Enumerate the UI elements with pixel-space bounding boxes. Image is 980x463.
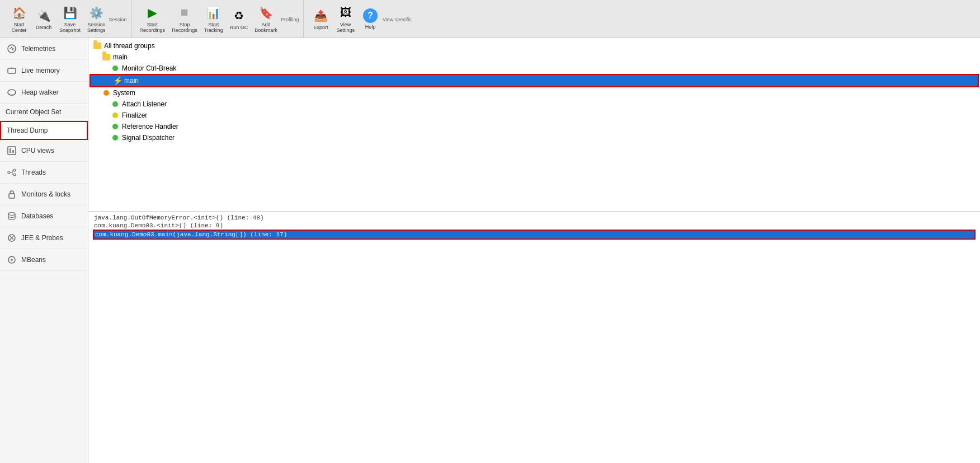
start-center-icon: 🏠: [11, 5, 27, 21]
save-snapshot-button[interactable]: 💾 SaveSnapshot: [56, 3, 84, 35]
svg-point-10: [8, 213, 15, 216]
thread-tree-panel: All thread groups main Monitor Ctrl-Brea…: [88, 38, 980, 212]
sidebar-item-mbeans[interactable]: MBeans: [0, 249, 88, 271]
export-label: Export: [313, 25, 328, 30]
profiling-group-label: Profiling: [281, 17, 299, 22]
help-icon: ?: [363, 8, 378, 23]
system-group-label: System: [113, 89, 135, 97]
svg-point-8: [13, 174, 16, 176]
stack-line-1[interactable]: java.lang.OutOfMemoryError.<init>() (lin…: [93, 214, 976, 222]
detach-label: Detach: [36, 25, 52, 30]
sidebar-item-monitors-locks[interactable]: Monitors & locks: [0, 184, 88, 205]
svg-point-7: [13, 169, 16, 171]
start-tracking-icon: 📊: [206, 5, 222, 21]
heap-walker-icon: [6, 86, 18, 99]
reference-handler-label: Reference Handler: [122, 123, 178, 130]
cpu-views-label: CPU views: [21, 147, 54, 155]
lightning-icon-main: ⚡: [113, 76, 122, 85]
dot-green-icon-attach: [111, 100, 120, 109]
stack-line-2-text: com.kuang.Demo03.<init>() (line: 9): [94, 222, 223, 229]
folder-icon-main: [102, 53, 111, 62]
tree-item-main-group[interactable]: main: [88, 52, 980, 63]
jee-probes-icon: [6, 232, 18, 244]
monitors-locks-icon: [6, 188, 18, 200]
view-settings-button[interactable]: 🖼 ViewSettings: [333, 3, 358, 35]
save-snapshot-icon: 💾: [62, 5, 78, 21]
stack-line-2[interactable]: com.kuang.Demo03.<init>() (line: 9): [93, 222, 976, 230]
main-thread-label: main: [124, 77, 139, 85]
svg-rect-3: [8, 147, 16, 155]
stop-recordings-button[interactable]: ⏹ StopRecordings: [168, 3, 201, 35]
all-thread-groups-label: All thread groups: [104, 42, 155, 50]
svg-rect-4: [10, 148, 11, 153]
svg-point-0: [8, 45, 16, 53]
main-group-label: main: [113, 53, 128, 61]
tree-item-system-group[interactable]: System: [88, 87, 980, 99]
main-area: Telemetries Live memory Heap walker Curr…: [0, 38, 980, 463]
session-group-label: Session: [109, 17, 127, 22]
stack-line-3[interactable]: com.kuang.Demo03.main(java.lang.String[]…: [93, 230, 976, 240]
tree-item-signal-dispatcher[interactable]: Signal Dispatcher: [88, 132, 980, 143]
sidebar: Telemetries Live memory Heap walker Curr…: [0, 38, 88, 463]
export-icon: 📤: [313, 8, 328, 24]
stop-recordings-label: StopRecordings: [172, 22, 197, 33]
toolbar-session-buttons: 🏠 StartCenter 🔌 Detach 💾 SaveSnapshot ⚙️…: [7, 3, 109, 35]
tree-item-attach-listener[interactable]: Attach Listener: [88, 99, 980, 110]
stack-line-3-text: com.kuang.Demo03.main(java.lang.String[]…: [95, 231, 287, 238]
session-settings-button[interactable]: ⚙️ SessionSettings: [84, 3, 109, 35]
run-gc-button[interactable]: ♻ Run GC: [227, 3, 252, 35]
sidebar-item-jee-probes[interactable]: JEE & Probes: [0, 227, 88, 249]
sidebar-item-cpu-views[interactable]: CPU views: [0, 140, 88, 162]
svg-point-6: [8, 171, 10, 174]
export-button[interactable]: 📤 Export: [308, 3, 333, 35]
toolbar: 🏠 StartCenter 🔌 Detach 💾 SaveSnapshot ⚙️…: [0, 0, 980, 38]
toolbar-group-view-specific: 📤 Export 🖼 ViewSettings ? Help View spec…: [304, 0, 416, 38]
toolbar-group-session: 🏠 StartCenter 🔌 Detach 💾 SaveSnapshot ⚙️…: [2, 0, 132, 38]
signal-dispatcher-label: Signal Dispatcher: [122, 134, 175, 142]
run-gc-label: Run GC: [230, 25, 248, 30]
databases-icon: [6, 210, 18, 222]
start-tracking-button[interactable]: 📊 StartTracking: [201, 3, 227, 35]
tree-item-monitor-ctrl-break[interactable]: Monitor Ctrl-Break: [88, 63, 980, 74]
toolbar-group-profiling: ▶ StartRecordings ⏹ StopRecordings 📊 Sta…: [132, 0, 304, 38]
dot-orange-icon-system: [102, 88, 111, 97]
tree-item-finalizer[interactable]: Finalizer: [88, 110, 980, 121]
start-recordings-button[interactable]: ▶ StartRecordings: [136, 3, 169, 35]
detach-icon: 🔌: [36, 8, 51, 24]
detach-button[interactable]: 🔌 Detach: [31, 3, 56, 35]
dot-yellow-icon-finalizer: [111, 111, 120, 120]
start-recordings-icon: ▶: [144, 5, 160, 21]
start-recordings-label: StartRecordings: [140, 22, 166, 33]
start-center-button[interactable]: 🏠 StartCenter: [7, 3, 31, 35]
add-bookmark-button[interactable]: 🔖 AddBookmark: [251, 3, 281, 35]
sidebar-item-thread-dump[interactable]: Thread Dump: [0, 121, 88, 140]
session-settings-icon: ⚙️: [88, 5, 104, 21]
add-bookmark-label: AddBookmark: [255, 22, 277, 33]
tree-item-main-thread[interactable]: ⚡ main: [89, 74, 979, 87]
tree-item-reference-handler[interactable]: Reference Handler: [88, 121, 980, 132]
folder-icon-all: [93, 41, 102, 50]
sidebar-item-current-object-set[interactable]: Current Object Set: [0, 104, 88, 121]
sidebar-item-databases[interactable]: Databases: [0, 205, 88, 227]
svg-rect-9: [9, 194, 15, 198]
sidebar-item-telemetries[interactable]: Telemetries: [0, 38, 88, 60]
sidebar-item-live-memory[interactable]: Live memory: [0, 60, 88, 82]
live-memory-icon: [6, 64, 18, 77]
stack-trace-panel: java.lang.OutOfMemoryError.<init>() (lin…: [88, 212, 980, 463]
telemetries-icon: [6, 43, 18, 55]
thread-dump-label: Thread Dump: [7, 127, 48, 134]
sidebar-item-heap-walker[interactable]: Heap walker: [0, 82, 88, 104]
svg-rect-1: [8, 68, 16, 73]
stack-line-1-text: java.lang.OutOfMemoryError.<init>() (lin…: [94, 214, 264, 221]
tree-item-all-thread-groups[interactable]: All thread groups: [88, 40, 980, 52]
help-button[interactable]: ? Help: [358, 3, 383, 35]
content-area: All thread groups main Monitor Ctrl-Brea…: [88, 38, 980, 463]
monitors-locks-label: Monitors & locks: [21, 190, 70, 198]
svg-rect-5: [12, 150, 14, 153]
svg-point-13: [11, 259, 13, 261]
finalizer-label: Finalizer: [122, 111, 147, 119]
start-center-label: StartCenter: [11, 22, 26, 33]
toolbar-view-buttons: 📤 Export 🖼 ViewSettings ? Help: [308, 3, 383, 35]
sidebar-item-threads[interactable]: Threads: [0, 162, 88, 184]
monitor-ctrl-break-label: Monitor Ctrl-Break: [122, 64, 176, 72]
